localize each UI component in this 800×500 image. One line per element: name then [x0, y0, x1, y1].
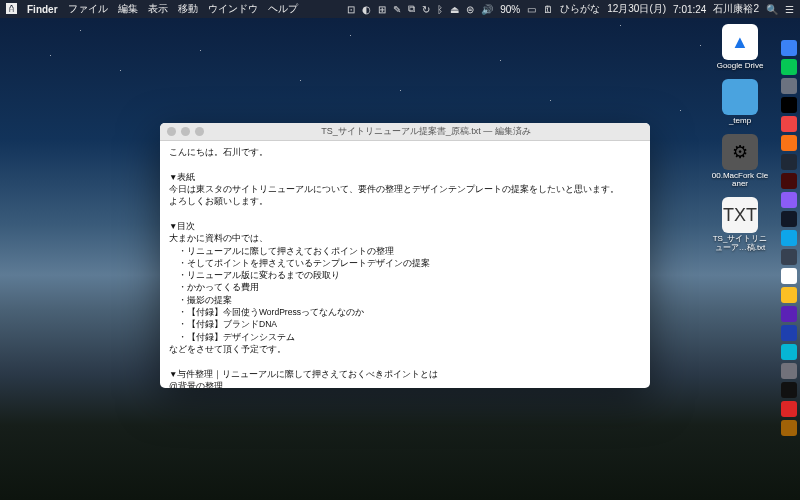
menu-help[interactable]: ヘルプ: [268, 2, 298, 16]
dock-app-icon[interactable]: [781, 230, 797, 246]
desktop-icons: ▲Google Drive_temp⚙00.MacFork CleanerTXT…: [710, 24, 770, 253]
menu-edit[interactable]: 編集: [118, 2, 138, 16]
textedit-window: TS_サイトリニューアル提案書_原稿.txt — 編集済み こんにちは。石川です…: [160, 123, 650, 388]
menubar: 🅰 Finder ファイル 編集 表示 移動 ウインドウ ヘルプ ⊡ ◐ ⊞ ✎…: [0, 0, 800, 18]
status-icon[interactable]: ⊞: [378, 4, 386, 15]
dock-app-icon[interactable]: [781, 382, 797, 398]
window-title: TS_サイトリニューアル提案書_原稿.txt — 編集済み: [209, 125, 643, 138]
battery-pct[interactable]: 90%: [500, 4, 520, 15]
zoom-icon[interactable]: [195, 127, 204, 136]
file-icon: TXT: [722, 197, 758, 233]
file-icon: [722, 79, 758, 115]
search-icon[interactable]: 🔍: [766, 4, 778, 15]
icon-label: _temp: [729, 117, 751, 126]
dock-app-icon[interactable]: [781, 401, 797, 417]
file-icon: ▲: [722, 24, 758, 60]
user[interactable]: 石川康裕2: [713, 2, 759, 16]
desktop-icon[interactable]: ▲Google Drive: [710, 24, 770, 71]
date: 12月30日(月): [607, 2, 666, 16]
bluetooth-icon[interactable]: ᛒ: [437, 4, 443, 15]
dock-app-icon[interactable]: [781, 344, 797, 360]
menu-file[interactable]: ファイル: [68, 2, 108, 16]
dock-app-icon[interactable]: [781, 116, 797, 132]
file-icon: ⚙: [722, 134, 758, 170]
dock-app-icon[interactable]: [781, 192, 797, 208]
status-icon[interactable]: 🗓: [543, 4, 553, 15]
dock-app-icon[interactable]: [781, 287, 797, 303]
time: 7:01:24: [673, 4, 706, 15]
dropbox-icon[interactable]: ⧉: [408, 3, 415, 15]
icon-label: Google Drive: [717, 62, 764, 71]
menu-window[interactable]: ウインドウ: [208, 2, 258, 16]
menu-view[interactable]: 表示: [148, 2, 168, 16]
desktop-icon[interactable]: TXTTS_サイトリニューア…稿.txt: [710, 197, 770, 253]
dock-app-icon[interactable]: [781, 363, 797, 379]
icon-label: TS_サイトリニューア…稿.txt: [710, 235, 770, 253]
close-icon[interactable]: [167, 127, 176, 136]
status-icon[interactable]: ◐: [362, 4, 371, 15]
document-text[interactable]: こんにちは。石川です。 ▼表紙 今日は東スタのサイトリニューアルについて、要件の…: [169, 146, 641, 388]
window-titlebar[interactable]: TS_サイトリニューアル提案書_原稿.txt — 編集済み: [160, 123, 650, 141]
desktop-icon[interactable]: ⚙00.MacFork Cleaner: [710, 134, 770, 190]
status-icon[interactable]: ⊡: [347, 4, 355, 15]
document-body[interactable]: こんにちは。石川です。 ▼表紙 今日は東スタのサイトリニューアルについて、要件の…: [160, 141, 650, 388]
ime-status[interactable]: ひらがな: [560, 2, 600, 16]
volume-icon[interactable]: 🔊: [481, 4, 493, 15]
battery-icon[interactable]: ▭: [527, 4, 536, 15]
dock-app-icon[interactable]: [781, 211, 797, 227]
wifi-icon[interactable]: ⊜: [466, 4, 474, 15]
dock: [780, 40, 798, 490]
dock-app-icon[interactable]: [781, 78, 797, 94]
dock-app-icon[interactable]: [781, 59, 797, 75]
dock-app-icon[interactable]: [781, 40, 797, 56]
dock-app-icon[interactable]: [781, 97, 797, 113]
dock-app-icon[interactable]: [781, 325, 797, 341]
dock-app-icon[interactable]: [781, 135, 797, 151]
sync-icon[interactable]: ↻: [422, 4, 430, 15]
dock-app-icon[interactable]: [781, 420, 797, 436]
app-name[interactable]: Finder: [27, 4, 58, 15]
dock-app-icon[interactable]: [781, 173, 797, 189]
status-icon[interactable]: ⏏: [450, 4, 459, 15]
desktop-icon[interactable]: _temp: [710, 79, 770, 126]
dock-app-icon[interactable]: [781, 306, 797, 322]
dock-app-icon[interactable]: [781, 268, 797, 284]
notifications-icon[interactable]: ☰: [785, 4, 794, 15]
minimize-icon[interactable]: [181, 127, 190, 136]
dock-app-icon[interactable]: [781, 154, 797, 170]
apple-logo-icon[interactable]: 🅰: [6, 3, 17, 15]
evernote-icon[interactable]: ✎: [393, 4, 401, 15]
menu-go[interactable]: 移動: [178, 2, 198, 16]
icon-label: 00.MacFork Cleaner: [710, 172, 770, 190]
dock-app-icon[interactable]: [781, 249, 797, 265]
